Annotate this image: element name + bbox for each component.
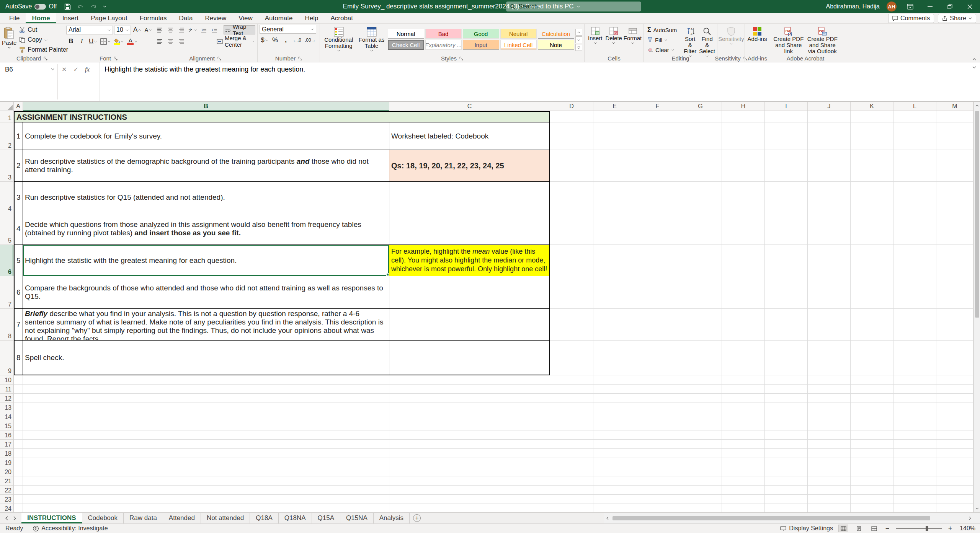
row-header-23[interactable]: 23 [0, 495, 14, 504]
cell-D13[interactable] [550, 403, 593, 412]
cell-J21[interactable] [808, 476, 851, 486]
cell-F12[interactable] [636, 394, 679, 403]
cell-H17[interactable] [722, 440, 765, 449]
h-scroll-right-icon[interactable] [967, 514, 973, 522]
sheet-tab-analysis[interactable]: Analysis [374, 513, 410, 523]
zoom-in-button[interactable]: + [947, 525, 953, 533]
cell-H24[interactable] [722, 504, 765, 512]
cell-J2[interactable] [808, 122, 851, 150]
cell-B13[interactable] [23, 403, 389, 412]
cell-G22[interactable] [679, 486, 722, 495]
sheet-tab-q18a[interactable]: Q18A [250, 513, 278, 523]
row-header-1[interactable]: 1 [0, 111, 14, 122]
copy-button[interactable]: Copy [18, 35, 70, 45]
cell-E16[interactable] [593, 430, 636, 440]
cell-B10[interactable] [23, 375, 389, 385]
v-scroll-thumb[interactable] [975, 111, 979, 318]
cell-A18[interactable] [14, 449, 23, 458]
cell-F2[interactable] [636, 122, 679, 150]
cell-K22[interactable] [851, 486, 893, 495]
cell-A22[interactable] [14, 486, 23, 495]
cell-J23[interactable] [808, 495, 851, 504]
cell-F10[interactable] [636, 375, 679, 385]
cell-I9[interactable] [765, 341, 808, 375]
cell-K12[interactable] [851, 394, 893, 403]
search-input[interactable] [518, 3, 626, 10]
sort-filter-button[interactable]: AZ Sort & Filter [682, 25, 698, 55]
row-header-2[interactable]: 2 [0, 122, 14, 150]
cell-A3[interactable]: 2 [14, 150, 23, 182]
cell-I14[interactable] [765, 412, 808, 421]
column-header-J[interactable]: J [808, 102, 851, 111]
cell-M7[interactable] [936, 276, 973, 309]
cell-A16[interactable] [14, 430, 23, 440]
autosave-switch-icon[interactable] [34, 4, 46, 10]
fill-handle[interactable] [386, 273, 389, 276]
cell-E6[interactable] [593, 245, 636, 276]
menu-tab-data[interactable]: Data [173, 13, 199, 23]
cell-L15[interactable] [893, 421, 936, 430]
cell-G9[interactable] [679, 341, 722, 375]
cell-E11[interactable] [593, 385, 636, 394]
menu-tab-help[interactable]: Help [299, 13, 324, 23]
cell-C4[interactable] [389, 182, 550, 213]
column-header-C[interactable]: C [389, 102, 550, 111]
cell-D18[interactable] [550, 449, 593, 458]
create-pdf-outlook-button[interactable]: PDF Create PDF and Share via Outlook [806, 25, 839, 55]
cell-D19[interactable] [550, 458, 593, 467]
cell-G16[interactable] [679, 430, 722, 440]
cell-G7[interactable] [679, 276, 722, 309]
font-name-select[interactable]: Arial [66, 26, 113, 34]
column-header-H[interactable]: H [722, 102, 765, 111]
cell-B17[interactable] [23, 440, 389, 449]
cell-G23[interactable] [679, 495, 722, 504]
user-name[interactable]: Abdirahman, Hadija [826, 3, 880, 10]
cell-E5[interactable] [593, 213, 636, 245]
cell-I20[interactable] [765, 467, 808, 476]
cell-A13[interactable] [14, 403, 23, 412]
cell-M18[interactable] [936, 449, 973, 458]
number-format-select[interactable]: General [260, 25, 316, 34]
cell-style-chip-normal[interactable]: Normal [388, 29, 424, 39]
cell-L11[interactable] [893, 385, 936, 394]
cell-K6[interactable] [851, 245, 893, 276]
cell-B12[interactable] [23, 394, 389, 403]
cell-K2[interactable] [851, 122, 893, 150]
menu-tab-page-layout[interactable]: Page Layout [85, 13, 133, 23]
menu-tab-insert[interactable]: Insert [56, 13, 85, 23]
cell-F14[interactable] [636, 412, 679, 421]
cell-style-chip-input[interactable]: Input [463, 40, 499, 50]
cell-F7[interactable] [636, 276, 679, 309]
dialog-launcher-icon[interactable] [114, 57, 118, 60]
cell-H16[interactable] [722, 430, 765, 440]
autosum-button[interactable]: Σ AutoSum [646, 25, 681, 35]
cell-H6[interactable] [722, 245, 765, 276]
comma-button[interactable]: , [281, 36, 291, 45]
cell-K19[interactable] [851, 458, 893, 467]
cell-M17[interactable] [936, 440, 973, 449]
cell-E17[interactable] [593, 440, 636, 449]
cell-J22[interactable] [808, 486, 851, 495]
cell-K10[interactable] [851, 375, 893, 385]
gallery-down-button[interactable] [575, 36, 582, 43]
cell-H1[interactable] [722, 111, 765, 122]
cell-L6[interactable] [893, 245, 936, 276]
cell-A23[interactable] [14, 495, 23, 504]
view-normal-button[interactable] [838, 525, 848, 532]
cell-B24[interactable] [23, 504, 389, 512]
column-header-L[interactable]: L [893, 102, 936, 111]
restore-button[interactable] [943, 0, 956, 13]
cell-E7[interactable] [593, 276, 636, 309]
column-header-E[interactable]: E [593, 102, 636, 111]
cell-K23[interactable] [851, 495, 893, 504]
cell-C6[interactable]: For example, highlight the mean value (l… [389, 245, 550, 276]
h-scroll-thumb[interactable] [612, 516, 930, 520]
increase-indent-button[interactable] [210, 25, 219, 34]
cell-C15[interactable] [389, 421, 550, 430]
cell-J6[interactable] [808, 245, 851, 276]
zoom-slider[interactable] [896, 528, 942, 529]
row-header-16[interactable]: 16 [0, 430, 14, 440]
cell-C23[interactable] [389, 495, 550, 504]
cut-button[interactable]: Cut [18, 25, 70, 35]
cell-A4[interactable]: 3 [14, 182, 23, 213]
